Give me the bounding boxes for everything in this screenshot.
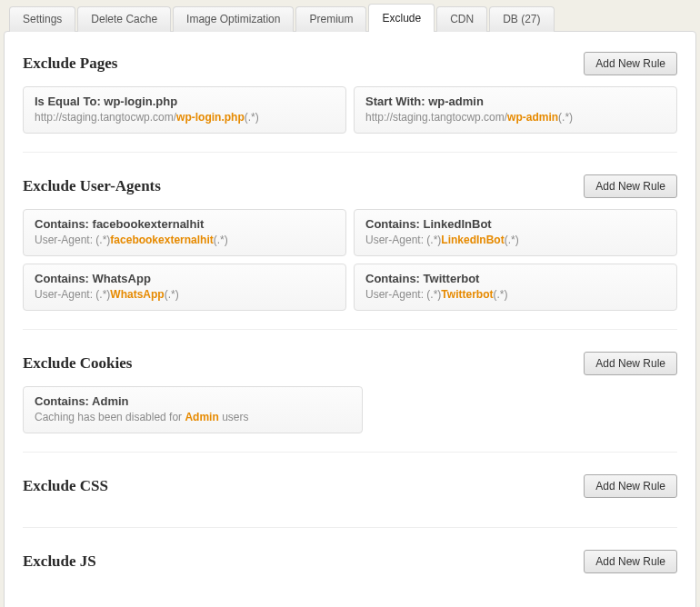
section-title: Exclude Cookies	[23, 354, 132, 373]
tab-image-optimization[interactable]: Image Optimization	[173, 6, 294, 32]
rule-title: Start With: wp-admin	[365, 95, 665, 108]
rule-description: User-Agent: (.*)WhatsApp(.*)	[35, 288, 335, 301]
rule-description: http://staging.tangtocwp.com/wp-login.ph…	[35, 111, 335, 124]
section-exclude-cookies: Exclude CookiesAdd New RuleContains: Adm…	[23, 329, 677, 452]
section-title: Exclude JS	[23, 552, 96, 571]
add-new-rule-button[interactable]: Add New Rule	[584, 550, 677, 573]
section-title: Exclude User-Agents	[23, 177, 161, 195]
tab-exclude[interactable]: Exclude	[368, 4, 435, 32]
rule-description: User-Agent: (.*)Twitterbot(.*)	[365, 288, 665, 301]
rule-title: Contains: LinkedInBot	[365, 217, 665, 231]
add-new-rule-button[interactable]: Add New Rule	[584, 52, 677, 75]
rule-title: Contains: WhatsApp	[35, 272, 335, 285]
tab-cdn[interactable]: CDN	[436, 6, 487, 32]
rule-title: Contains: Twitterbot	[365, 272, 665, 285]
section-exclude-css: Exclude CSSAdd New Rule	[23, 452, 677, 527]
rule-title: Is Equal To: wp-login.php	[35, 95, 335, 108]
rule-description: User-Agent: (.*)LinkedInBot(.*)	[365, 234, 665, 246]
tab-delete-cache[interactable]: Delete Cache	[77, 6, 171, 32]
section-exclude-user-agents: Exclude User-AgentsAdd New RuleContains:…	[23, 152, 677, 329]
rule-title: Contains: Admin	[35, 394, 351, 408]
rule-card[interactable]: Is Equal To: wp-login.phphttp://staging.…	[23, 86, 346, 134]
rule-card[interactable]: Start With: wp-adminhttp://staging.tangt…	[354, 86, 677, 134]
rule-card[interactable]: Contains: LinkedInBotUser-Agent: (.*)Lin…	[354, 209, 677, 256]
rule-card[interactable]: Contains: facebookexternalhitUser-Agent:…	[23, 209, 346, 256]
rule-card[interactable]: Contains: AdminCaching has been disabled…	[23, 386, 363, 433]
section-exclude-pages: Exclude PagesAdd New RuleIs Equal To: wp…	[23, 48, 677, 152]
section-title: Exclude CSS	[23, 477, 108, 495]
section-title: Exclude Pages	[23, 55, 117, 73]
rule-description: http://staging.tangtocwp.com/wp-admin(.*…	[365, 111, 665, 124]
rule-description: User-Agent: (.*)facebookexternalhit(.*)	[35, 234, 335, 246]
add-new-rule-button[interactable]: Add New Rule	[584, 474, 677, 498]
add-new-rule-button[interactable]: Add New Rule	[584, 174, 677, 198]
add-new-rule-button[interactable]: Add New Rule	[584, 352, 677, 375]
tab-settings[interactable]: Settings	[9, 6, 75, 32]
tab-db-27[interactable]: DB (27)	[489, 6, 554, 32]
rule-card[interactable]: Contains: WhatsAppUser-Agent: (.*)WhatsA…	[23, 264, 346, 311]
rule-card[interactable]: Contains: TwitterbotUser-Agent: (.*)Twit…	[354, 264, 677, 311]
tab-premium[interactable]: Premium	[295, 6, 366, 32]
rule-description: Caching has been disabled for Admin user…	[35, 411, 351, 423]
section-exclude-js: Exclude JSAdd New Rule	[23, 527, 677, 602]
rule-title: Contains: facebookexternalhit	[35, 217, 335, 231]
